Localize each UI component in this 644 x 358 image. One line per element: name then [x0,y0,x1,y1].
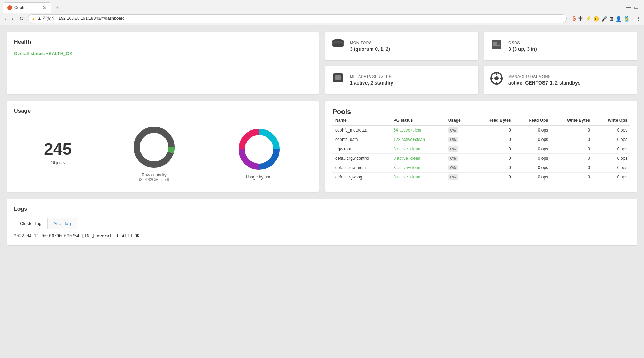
svg-rect-13 [496,82,497,84]
pool-write-ops: 0 ops [593,173,630,182]
pool-write-bytes: 0 [551,135,593,144]
svg-rect-14 [491,78,493,79]
pool-name: .rgw.root [332,144,391,154]
col-usage: Usage [445,116,472,125]
tab-close-button[interactable]: ✕ [43,5,47,10]
health-status-value: HEALTH_OK [45,51,72,56]
table-row: cephfs_metadata 64 active+clean 0% 0 0 o… [332,125,630,135]
status-grid: MONITORS 3 (quorum 0, 1, 2) OSDS 3 (3 up… [325,32,637,94]
logs-card: Logs Cluster log Audit log 2022-04-11 00… [7,199,637,245]
pool-write-bytes: 0 [551,163,593,173]
mgr-label: MANAGER DAEMONS [508,74,580,79]
pool-usage: 0% [445,154,472,163]
pool-name: cephfs_data [332,135,391,144]
osds-icon [490,38,504,55]
pools-table: Name PG status Usage Read Bytes Read Ops… [332,116,630,182]
pool-read-ops: 0 ops [514,135,551,144]
osds-value: 3 (3 up, 3 in) [508,46,537,52]
svg-rect-5 [492,40,501,49]
pool-read-ops: 0 ops [514,163,551,173]
pool-read-bytes: 0 [472,173,514,182]
svg-rect-12 [496,73,497,75]
pool-write-bytes: 0 [551,125,593,135]
mgr-icon [490,71,504,88]
svg-text:5%: 5% [150,144,158,150]
objects-number: 245 [44,141,72,158]
toolbar-icon-7[interactable]: 👤 [615,16,621,22]
pool-name: cephfs_metadata [332,125,391,135]
pool-usage: 0% [445,163,472,173]
svg-rect-6 [493,42,497,45]
table-row: default.rgw.control 8 active+clean 0% 0 … [332,154,630,163]
minimize-button[interactable]: — [626,4,631,10]
raw-capacity-donut: 5% Raw capacity (3.0162GiB used) [131,125,177,182]
pool-read-ops: 0 ops [514,154,551,163]
tab-favicon [7,5,12,10]
reload-button[interactable]: ↻ [18,14,25,23]
pool-pg-status: 128 active+clean [391,135,445,144]
pool-name: default.rgw.meta [332,163,391,173]
browser-toolbar-right: S 中 ⚡ 🙂 🎤 ⊞ 👤 🎽 ⋮⋮ [572,16,641,22]
usage-title: Usage [14,108,312,114]
toolbar-icon-2[interactable]: 中 [578,16,583,22]
toolbar-icon-9[interactable]: ⋮⋮ [631,16,641,22]
pool-pg-status: 64 active+clean [391,125,445,135]
mds-info: METADATA SERVERS 1 active, 2 standby [350,74,393,86]
cluster-log-tab[interactable]: Cluster log [14,218,47,229]
table-row: default.rgw.log 8 active+clean 0% 0 0 op… [332,173,630,182]
objects-label: Objects [44,160,72,165]
health-status: Overall status:HEALTH_OK [14,51,312,56]
col-read-bytes: Read Bytes [472,116,514,125]
col-name: Name [332,116,391,125]
monitors-label: MONITORS [350,41,390,45]
svg-rect-15 [500,78,502,79]
maximize-button[interactable]: ▭ [634,5,638,10]
monitors-card: MONITORS 3 (quorum 0, 1, 2) [325,32,478,60]
new-tab-button[interactable]: + [53,2,62,13]
pool-write-ops: 0 ops [593,125,630,135]
middle-row: Usage 245 Objects 5% [7,101,637,192]
mgr-card: MANAGER DAEMONS active: CENTOS7-1, 2 sta… [484,66,637,94]
col-pg-status: PG status [391,116,445,125]
forward-button[interactable]: › [10,14,15,23]
toolbar-icon-3[interactable]: ⚡ [585,16,591,22]
usage-by-pool-donut: Usage by pool [236,127,282,180]
toolbar-icon-5[interactable]: 🎤 [601,16,607,22]
mgr-info: MANAGER DAEMONS active: CENTOS7-1, 2 sta… [508,74,580,86]
toolbar-icon-4[interactable]: 🙂 [593,16,599,22]
pool-usage: 0% [445,144,472,154]
pool-write-ops: 0 ops [593,135,630,144]
pool-pg-status: 8 active+clean [391,144,445,154]
browser-chrome: Ceph ✕ + — ▭ ‹ › ↻ ▲ ▲ 不安全 | 192.168.88.… [0,0,644,25]
raw-capacity-sublabel: (3.0162GiB used) [131,177,177,182]
audit-log-tab[interactable]: Audit log [47,218,77,229]
pool-usage: 0% [445,125,472,135]
objects-count: 245 Objects [44,141,72,165]
toolbar-icon-6[interactable]: ⊞ [609,16,613,22]
toolbar-icon-1[interactable]: S [572,16,576,22]
monitors-info: MONITORS 3 (quorum 0, 1, 2) [350,41,390,52]
mgr-value: active: CENTOS7-1, 2 standbys [508,80,580,86]
toolbar-icon-8[interactable]: 🎽 [623,16,629,22]
browser-tab[interactable]: Ceph ✕ [3,2,51,13]
raw-capacity-label: Raw capacity [131,173,177,177]
tab-title: Ceph [14,5,24,10]
svg-rect-8 [493,47,500,47]
security-icon: ▲ [32,17,35,21]
svg-point-11 [494,76,499,80]
health-card: Health Overall status:HEALTH_OK [7,32,319,94]
pool-read-bytes: 0 [472,163,514,173]
col-write-ops: Write Ops [593,116,630,125]
pool-write-ops: 0 ops [593,144,630,154]
table-row: cephfs_data 128 active+clean 0% 0 0 ops … [332,135,630,144]
pool-write-bytes: 0 [551,154,593,163]
back-button[interactable]: ‹ [3,14,7,23]
pools-card: Pools Name PG status Usage Read Bytes Re… [325,101,637,192]
usage-card: Usage 245 Objects 5% [7,101,319,192]
url-bar[interactable]: ▲ ▲ 不安全 | 192.168.88.161:18843/#/dashboa… [28,14,567,23]
svg-point-23 [245,135,273,163]
health-status-label: Overall status: [14,51,45,56]
log-entry: 2022-04-11 00:00:00.000754 [INF] overall… [14,233,630,238]
pool-read-ops: 0 ops [514,173,551,182]
pool-write-ops: 0 ops [593,163,630,173]
